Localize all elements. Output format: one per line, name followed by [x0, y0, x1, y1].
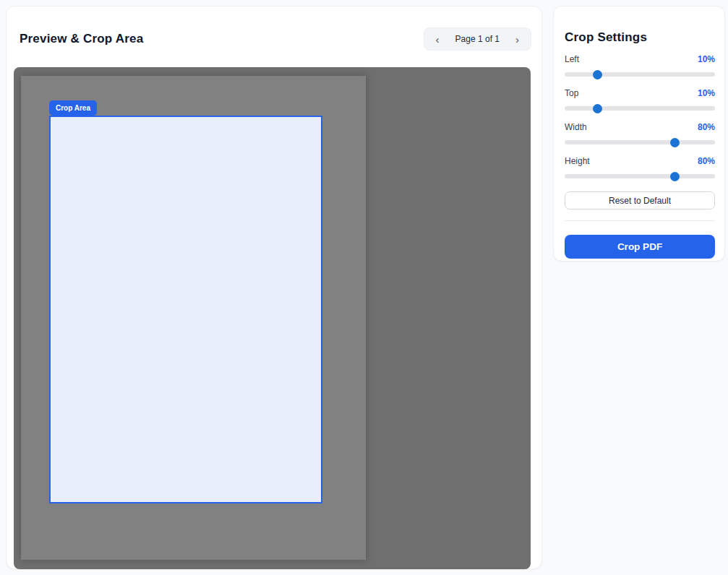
width-slider[interactable] — [565, 137, 715, 147]
settings-title: Crop Settings — [565, 30, 715, 45]
slider-group-left: Left 10% — [565, 54, 715, 79]
left-slider-label: Left — [565, 54, 579, 64]
next-page-button[interactable]: › — [514, 33, 521, 46]
chevron-left-icon: ‹ — [436, 33, 440, 46]
left-slider-value: 10% — [698, 54, 715, 64]
crop-area-rectangle[interactable]: Crop Area — [49, 116, 322, 503]
slider-group-top: Top 10% — [565, 88, 715, 113]
settings-divider — [565, 220, 715, 221]
left-slider[interactable] — [565, 69, 715, 79]
height-slider-label: Height — [565, 156, 590, 166]
chevron-right-icon: › — [515, 33, 519, 46]
height-slider-value: 80% — [698, 156, 715, 166]
top-slider-label: Top — [565, 88, 578, 98]
top-slider[interactable] — [565, 103, 715, 113]
preview-header: Preview & Crop Area ‹ Page 1 of 1 › — [7, 7, 541, 51]
width-slider-value: 80% — [698, 122, 715, 132]
height-slider[interactable] — [565, 171, 715, 181]
crop-settings-panel: Crop Settings Left 10% Top 10% Width 80%… — [553, 6, 725, 261]
crop-area-badge: Crop Area — [49, 100, 97, 116]
previous-page-button[interactable]: ‹ — [434, 33, 441, 46]
width-slider-label: Width — [565, 122, 587, 132]
top-slider-value: 10% — [698, 88, 715, 98]
preview-title: Preview & Crop Area — [20, 32, 143, 46]
page-indicator: Page 1 of 1 — [455, 34, 500, 44]
page-navigation: ‹ Page 1 of 1 › — [424, 27, 531, 51]
crop-pdf-button[interactable]: Crop PDF — [565, 235, 715, 259]
slider-group-height: Height 80% — [565, 156, 715, 181]
slider-group-width: Width 80% — [565, 122, 715, 147]
pdf-preview-canvas: Crop Area — [14, 67, 531, 569]
reset-to-default-button[interactable]: Reset to Default — [565, 191, 715, 209]
preview-panel: Preview & Crop Area ‹ Page 1 of 1 › Crop… — [6, 6, 542, 569]
pdf-page: Crop Area — [21, 76, 366, 560]
